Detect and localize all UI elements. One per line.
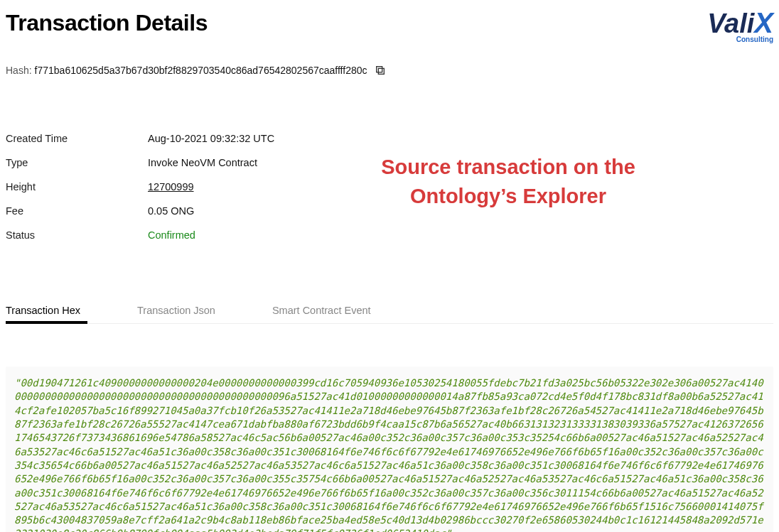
logo-subtext: Consulting	[736, 36, 773, 43]
hash-row: Hash: f771ba610625d5a37b67d30bf2f8829703…	[6, 65, 773, 76]
tab-smart-contract-event[interactable]: Smart Contract Event	[272, 298, 371, 323]
svg-rect-0	[378, 68, 384, 74]
logo-text-accent: X	[754, 7, 773, 39]
created-time-label: Created Time	[6, 133, 148, 144]
height-value-link[interactable]: 12700999	[148, 181, 375, 192]
tab-transaction-hex[interactable]: Transaction Hex	[6, 298, 80, 323]
fee-label: Fee	[6, 205, 148, 217]
tabs-bar: Transaction Hex Transaction Json Smart C…	[6, 298, 773, 324]
svg-rect-1	[376, 67, 382, 72]
copy-icon[interactable]	[375, 65, 386, 76]
logo-text-prefix: Vali	[707, 9, 754, 39]
tab-transaction-json[interactable]: Transaction Json	[137, 298, 215, 323]
page-title: Transaction Details	[6, 10, 208, 36]
status-value: Confirmed	[148, 229, 375, 241]
hash-label: Hash:	[6, 65, 32, 76]
annotation-caption: Source transaction on the Ontology’s Exp…	[366, 153, 650, 210]
fee-value: 0.05 ONG	[148, 205, 375, 217]
hash-value: f771ba610625d5a37b67d30bf2f8829703540c86…	[35, 65, 367, 76]
details-table: Created Time Aug-10-2021 09:32:32 UTC Ty…	[6, 133, 375, 241]
brand-logo: ValiX Consulting	[707, 7, 773, 39]
status-label: Status	[6, 229, 148, 241]
height-label: Height	[6, 181, 148, 192]
transaction-hex-content: "00d190471261c4090000000000000204e000000…	[6, 367, 773, 532]
type-value: Invoke NeoVM Contract	[148, 157, 375, 168]
type-label: Type	[6, 157, 148, 168]
created-time-value: Aug-10-2021 09:32:32 UTC	[148, 133, 375, 144]
